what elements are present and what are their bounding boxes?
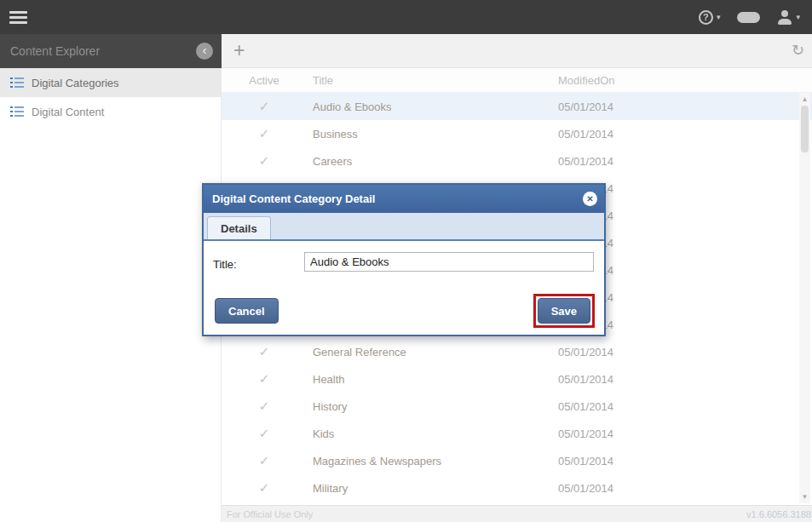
save-button-highlight: Save — [533, 294, 595, 328]
row-modified: 05/01/2014 — [554, 482, 812, 495]
active-cell: ✓ — [222, 453, 307, 468]
column-header-active: Active — [222, 74, 307, 87]
row-modified: 05/01/2014 — [554, 455, 812, 468]
row-title: Health — [307, 373, 554, 386]
row-title: Military — [307, 482, 554, 495]
table-row[interactable]: ✓ Careers 05/01/2014 — [222, 147, 812, 175]
table-header: Active Title ModifiedOn — [222, 68, 812, 93]
version-label: v1.6.6056.31882 — [746, 509, 812, 519]
active-checkmark: ✓ — [259, 480, 270, 495]
active-cell: ✓ — [222, 480, 307, 496]
active-checkmark: ✓ — [259, 371, 270, 386]
active-checkmark: ✓ — [259, 426, 270, 440]
active-cell: ✓ — [222, 126, 307, 141]
row-modified: 05/01/2014 — [554, 400, 812, 413]
active-cell: ✓ — [222, 99, 307, 114]
row-title: Magazines & Newspapers — [307, 455, 554, 468]
status-text: For Official Use Only — [227, 509, 313, 519]
active-checkmark: ✓ — [259, 399, 270, 413]
row-modified: 05/01/2014 — [554, 427, 812, 440]
row-modified: 05/01/2014 — [554, 346, 812, 359]
active-checkmark: ✓ — [259, 126, 270, 141]
column-header-modifiedon: ModifiedOn — [554, 74, 812, 87]
cloud-icon — [737, 12, 760, 23]
list-icon — [10, 106, 24, 117]
add-icon[interactable]: + — [233, 39, 245, 62]
scroll-down-icon[interactable]: ▼ — [799, 493, 810, 501]
row-modified: 05/01/2014 — [554, 100, 812, 113]
active-cell: ✓ — [222, 426, 307, 441]
cancel-button[interactable]: Cancel — [215, 298, 279, 324]
dialog-tabstrip: Details — [204, 213, 604, 241]
hamburger-menu-icon[interactable] — [9, 11, 27, 24]
table-row[interactable]: ✓ Health 05/01/2014 — [222, 365, 812, 393]
active-checkmark: ✓ — [259, 153, 270, 168]
active-cell: ✓ — [222, 153, 307, 169]
active-checkmark: ✓ — [259, 99, 270, 113]
chevron-down-icon: ▾ — [717, 13, 721, 21]
top-navigation-bar: ? ▾ ▾ — [0, 0, 812, 34]
title-input[interactable] — [304, 252, 594, 272]
table-row[interactable]: ✓ Audio & Ebooks 05/01/2014 — [222, 93, 812, 120]
sidebar-item-digital-content[interactable]: Digital Content — [0, 97, 221, 126]
help-menu[interactable]: ? ▾ — [699, 10, 721, 25]
scroll-up-icon[interactable]: ▲ — [799, 95, 810, 103]
cloud-button[interactable] — [737, 12, 760, 23]
chevron-down-icon: ▾ — [796, 13, 800, 21]
sidebar-item-digital-categories[interactable]: Digital Categories — [0, 68, 221, 97]
refresh-icon[interactable]: ↻ — [792, 41, 804, 60]
scrollbar-thumb[interactable] — [801, 106, 809, 152]
title-field-label: Title: — [213, 258, 237, 271]
tab-details[interactable]: Details — [207, 216, 271, 239]
active-cell: ✓ — [222, 344, 307, 359]
table-row[interactable]: ✓ Business 05/01/2014 — [222, 120, 812, 147]
row-title: Business — [307, 128, 554, 141]
dialog-title: Digital Content Category Detail — [212, 192, 375, 205]
sidebar-item-label: Digital Categories — [32, 77, 119, 89]
status-bar: For Official Use Only v1.6.6056.31882 — [222, 505, 812, 522]
row-modified: 05/01/2014 — [554, 128, 812, 141]
active-cell: ✓ — [222, 399, 307, 414]
column-header-title: Title — [307, 74, 554, 87]
row-title: Audio & Ebooks — [307, 100, 554, 113]
category-detail-dialog: Digital Content Category Detail ✕ Detail… — [202, 183, 606, 336]
table-row[interactable]: ✓ History 05/01/2014 — [222, 393, 812, 420]
sidebar-item-label: Digital Content — [32, 106, 104, 118]
active-cell: ✓ — [222, 371, 307, 387]
row-modified: 05/01/2014 — [554, 373, 812, 386]
table-row[interactable]: ✓ Military 05/01/2014 — [222, 474, 812, 502]
row-title: General Reference — [307, 346, 554, 359]
row-title: Kids — [307, 427, 554, 440]
active-checkmark: ✓ — [259, 344, 270, 359]
sidebar-title: Content Explorer — [0, 34, 222, 68]
active-checkmark: ✓ — [259, 453, 270, 468]
dialog-body: Title: Cancel Save — [204, 241, 604, 333]
sidebar-header: Content Explorer ‹ — [0, 34, 222, 68]
table-row[interactable]: ✓ General Reference 05/01/2014 — [222, 338, 812, 365]
dialog-titlebar: Digital Content Category Detail ✕ — [204, 185, 604, 213]
list-icon — [10, 77, 24, 88]
content-toolbar: + ↻ — [222, 34, 812, 68]
user-menu[interactable]: ▾ — [777, 10, 800, 25]
sidebar: Digital Categories Digital Content — [0, 68, 222, 522]
topbar-right-icons: ? ▾ ▾ — [699, 0, 800, 34]
table-row[interactable]: ✓ Magazines & Newspapers 05/01/2014 — [222, 447, 812, 474]
row-modified: 05/01/2014 — [554, 155, 812, 168]
row-title: History — [307, 400, 554, 413]
row-title: Careers — [307, 155, 554, 168]
close-icon[interactable]: ✕ — [583, 192, 597, 206]
table-row[interactable]: ✓ Kids 05/01/2014 — [222, 420, 812, 447]
help-icon: ? — [699, 10, 713, 25]
save-button[interactable]: Save — [538, 298, 590, 324]
user-icon — [777, 10, 792, 25]
sidebar-collapse-button[interactable]: ‹ — [196, 43, 213, 60]
vertical-scrollbar[interactable]: ▲ ▼ — [799, 93, 810, 503]
